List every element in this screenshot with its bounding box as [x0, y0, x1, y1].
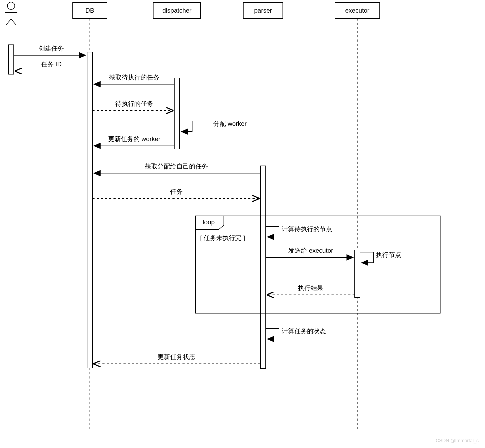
msg-compute-nodes: 计算待执行的节点: [266, 225, 332, 237]
msg-compute-status: 计算任务的状态: [266, 327, 326, 339]
parser-label: parser: [254, 7, 272, 14]
msg-assign-worker: 分配 worker: [180, 120, 247, 132]
msg-update-status: 更新任务状态: [94, 353, 260, 364]
msg-create-task: 创建任务: [14, 45, 86, 55]
dispatcher-label: dispatcher: [162, 7, 192, 14]
svg-text:执行结果: 执行结果: [298, 284, 323, 291]
svg-text:发送给 executor: 发送给 executor: [288, 247, 333, 254]
db-label: DB: [85, 7, 94, 14]
svg-text:创建任务: 创建任务: [39, 45, 64, 52]
executor-activation: [355, 250, 360, 297]
msg-update-worker: 更新任务的 worker: [94, 135, 174, 146]
svg-text:待执行的任务: 待执行的任务: [115, 100, 153, 107]
svg-text:更新任务状态: 更新任务状态: [157, 353, 195, 360]
svg-text:计算任务的状态: 计算任务的状态: [282, 327, 326, 335]
msg-get-pending: 获取待执行的任务: [94, 74, 174, 84]
svg-text:更新任务的 worker: 更新任务的 worker: [108, 135, 161, 142]
watermark: CSDN @Immortal_s: [436, 438, 479, 444]
msg-exec-result: 执行结果: [267, 284, 355, 295]
svg-text:任务 ID: 任务 ID: [41, 61, 62, 68]
participant-parser: parser: [243, 3, 283, 18]
actor: [5, 2, 17, 25]
svg-text:获取待执行的任务: 获取待执行的任务: [109, 74, 160, 81]
msg-pending-tasks: 待执行的任务: [92, 100, 173, 111]
participant-db: DB: [73, 3, 107, 18]
db-activation: [87, 52, 92, 368]
sequence-diagram: DB dispatcher parser executor 创建任务 任务 ID…: [0, 0, 485, 448]
svg-text:任务: 任务: [170, 188, 183, 195]
msg-task: 任务: [92, 188, 259, 198]
participant-dispatcher: dispatcher: [153, 3, 201, 18]
msg-send-executor: 发送给 executor: [266, 247, 353, 257]
svg-line-4: [11, 19, 16, 25]
svg-text:计算待执行的节点: 计算待执行的节点: [282, 225, 332, 232]
svg-text:执行节点: 执行节点: [376, 251, 401, 258]
svg-text:分配 worker: 分配 worker: [213, 120, 247, 127]
msg-execute-node: 执行节点: [360, 251, 401, 263]
svg-point-0: [7, 2, 15, 9]
loop-condition: [ 任务未执行完 ]: [200, 234, 245, 241]
dispatcher-activation: [174, 78, 180, 149]
svg-line-3: [6, 19, 11, 25]
participant-executor: executor: [335, 3, 380, 18]
svg-text:获取分配给自己的任务: 获取分配给自己的任务: [145, 163, 208, 170]
actor-activation: [8, 45, 14, 74]
parser-activation: [260, 166, 266, 369]
loop-label: loop: [203, 218, 215, 226]
msg-task-id: 任务 ID: [15, 61, 87, 71]
executor-label: executor: [345, 7, 369, 14]
